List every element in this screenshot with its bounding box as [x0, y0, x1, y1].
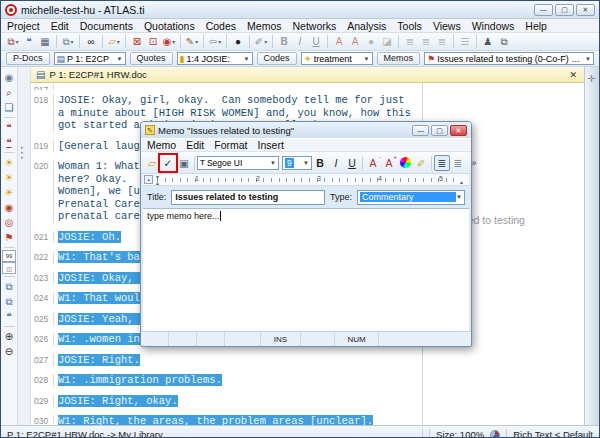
- indent-marker-bottom[interactable]: ▴: [156, 180, 159, 186]
- menu-views[interactable]: Views: [433, 20, 461, 32]
- print-icon[interactable]: ▣: [176, 155, 192, 171]
- strip-splitter-handle[interactable]: ▸▸▸: [21, 145, 24, 160]
- highlighted-text[interactable]: W1: That's bas: [58, 251, 146, 263]
- font-size-combo[interactable]: 9▼: [282, 156, 312, 170]
- menu-help[interactable]: Help: [525, 20, 547, 32]
- quotes-button[interactable]: Quotes: [130, 52, 173, 65]
- quote-span-icon[interactable]: ❝: [2, 135, 17, 150]
- copy-icon[interactable]: ⧉: [496, 34, 512, 49]
- codes-button[interactable]: Codes: [257, 52, 297, 65]
- menu-project[interactable]: Project: [7, 20, 40, 32]
- align-left-icon[interactable]: ≣: [402, 34, 418, 49]
- highlighted-text[interactable]: W1: That would: [58, 292, 146, 304]
- font-color-icon[interactable]: [397, 155, 413, 171]
- quotes-icon[interactable]: ❝: [2, 120, 17, 135]
- analysis-icon[interactable]: ◉: [161, 34, 177, 49]
- search-icon[interactable]: ⌕: [2, 85, 17, 100]
- memo-menu-insert[interactable]: Insert: [258, 139, 284, 151]
- memo-title-input[interactable]: [171, 190, 325, 205]
- menu-tools[interactable]: Tools: [397, 20, 422, 32]
- code-target-icon[interactable]: ◎: [2, 215, 17, 230]
- align-left-icon[interactable]: ≣: [434, 155, 450, 171]
- margin-splitter[interactable]: ✛: [584, 67, 599, 425]
- text-line[interactable]: JOSIE: Right.: [58, 354, 584, 367]
- plain-text[interactable]: JOSIE: Okay, girl, okay. Can somebody te…: [58, 94, 405, 106]
- menu-quotations[interactable]: Quotations: [144, 20, 195, 32]
- plain-text[interactable]: Woman 1: What: [58, 160, 140, 172]
- menu-windows[interactable]: Windows: [472, 20, 515, 32]
- link-nodes-icon[interactable]: ⧉: [2, 279, 17, 294]
- zoom-in-icon[interactable]: ⊕: [2, 329, 17, 344]
- code-link-icon[interactable]: ☀: [2, 185, 17, 200]
- eraser-icon[interactable]: ◪: [379, 34, 395, 49]
- memo-type-combo[interactable]: Commentary ▼: [357, 190, 465, 205]
- menu-analysis[interactable]: Analysis: [347, 20, 386, 32]
- memos-button[interactable]: Memos: [377, 52, 421, 65]
- text-line[interactable]: JOSIE: Okay, girl, okay. Can somebody te…: [58, 94, 584, 107]
- status-zoom[interactable]: Size: 100%: [436, 429, 484, 438]
- font-shrink-icon[interactable]: A: [331, 34, 347, 49]
- text-line[interactable]: a minute about [HIGH RISK WOMEN] and, yo…: [58, 107, 584, 120]
- italic-icon[interactable]: I: [328, 155, 344, 171]
- paragraph-text[interactable]: W1: .immigration problems.: [53, 374, 584, 387]
- p-docs-button[interactable]: P-Docs: [6, 52, 50, 65]
- code-combo[interactable]: ☀treatment▼: [301, 52, 373, 65]
- nav-icon[interactable]: ◉: [2, 70, 17, 85]
- plain-text[interactable]: prenatal care: [58, 210, 140, 222]
- move-handle-icon[interactable]: ✛: [587, 73, 595, 84]
- bold-icon[interactable]: B: [312, 155, 328, 171]
- font-grow-icon[interactable]: A: [347, 34, 363, 49]
- comment-icon[interactable]: ❝: [21, 34, 37, 49]
- cooccurrence-icon[interactable]: ⊡: [145, 34, 161, 49]
- highlighted-text[interactable]: JOSIE: Oh.: [58, 231, 121, 243]
- align-center-icon[interactable]: ≣: [418, 34, 434, 49]
- font-family-combo[interactable]: TSegoe UI▼: [197, 156, 279, 170]
- back-icon[interactable]: ⇦: [207, 34, 223, 49]
- highlighted-text[interactable]: W1: .women in: [58, 333, 140, 345]
- paragraph-text[interactable]: JOSIE: Right, okay.: [53, 395, 584, 408]
- highlighted-text[interactable]: W1: Right, the areas, the problem areas …: [58, 415, 373, 425]
- menu-documents[interactable]: Documents: [80, 20, 133, 32]
- pen-icon[interactable]: ✐: [253, 34, 269, 49]
- underline-icon[interactable]: U: [344, 155, 360, 171]
- highlighted-text[interactable]: JOSIE: Yeah, y: [58, 313, 146, 325]
- plain-text[interactable]: a minute about [HIGH RISK WOMEN] and, yo…: [58, 107, 411, 119]
- font-grow-icon[interactable]: A+: [381, 155, 397, 171]
- hu-explorer-icon[interactable]: ⧉: [5, 34, 21, 49]
- highlighter-icon[interactable]: ✐: [413, 155, 429, 171]
- text-line[interactable]: W1: .immigration problems.: [58, 374, 584, 387]
- codes-icon[interactable]: ☀: [2, 155, 17, 170]
- menu-networks[interactable]: Networks: [292, 20, 336, 32]
- bomb-icon[interactable]: ●: [230, 34, 246, 49]
- menu-edit[interactable]: Edit: [51, 20, 69, 32]
- code-view-icon[interactable]: ◉: [2, 200, 17, 215]
- highlighted-text[interactable]: JOSIE: Okay, s: [58, 272, 146, 284]
- bold-icon[interactable]: B: [276, 34, 292, 49]
- paragraph-text[interactable]: W1: Right, the areas, the problem areas …: [53, 415, 584, 425]
- accept-icon[interactable]: ✓: [160, 155, 176, 171]
- memo-text-area[interactable]: type memo here...: [143, 208, 469, 331]
- document-tab[interactable]: ▤ P 1: E2CP#1 HRW.doc ✕: [31, 67, 584, 83]
- link-docs-icon[interactable]: ⧉: [2, 294, 17, 309]
- document-close-icon[interactable]: ✕: [567, 70, 579, 80]
- memo-title-bar[interactable]: ✎ Memo "Issues related to testing" — ▢ ✕: [141, 122, 471, 138]
- plain-text[interactable]: Women], we [un: [58, 185, 146, 197]
- list-icon[interactable]: ☰: [457, 34, 473, 49]
- search-icon[interactable]: ∞: [83, 34, 99, 49]
- memo-minimize-button[interactable]: —: [412, 125, 429, 136]
- plain-text[interactable]: here? Okay. U: [58, 173, 146, 185]
- text-line[interactable]: W1: Right, the areas, the problem areas …: [58, 415, 584, 425]
- italic-icon[interactable]: I: [292, 34, 308, 49]
- align-center-icon[interactable]: ≣: [450, 155, 466, 171]
- minimize-button[interactable]: —: [534, 4, 553, 16]
- quotation-combo[interactable]: ▮1:4 JOSIE:▼: [177, 52, 253, 65]
- user-icon[interactable]: ♟: [480, 34, 496, 49]
- document-combo[interactable]: ▤P 1: E2CP▼: [54, 52, 126, 65]
- open-icon[interactable]: ▱: [144, 155, 160, 171]
- align-right-icon[interactable]: ≣: [434, 34, 450, 49]
- right-indent-marker[interactable]: ▴: [460, 179, 463, 185]
- font-shrink-icon[interactable]: A-: [365, 155, 381, 171]
- menu-memos[interactable]: Memos: [247, 20, 281, 32]
- text-line[interactable]: JOSIE: Right, okay.: [58, 395, 584, 408]
- zoom-out-icon[interactable]: ⊖: [2, 344, 17, 359]
